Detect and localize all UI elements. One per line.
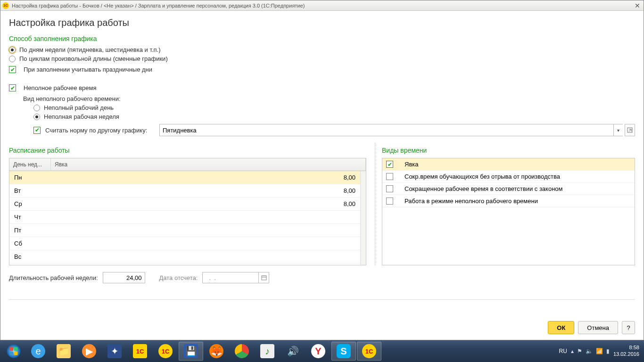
start-button[interactable]: [2, 342, 25, 361]
table-row[interactable]: Вс: [9, 250, 360, 263]
checkbox-timetype[interactable]: [386, 161, 393, 168]
help-button[interactable]: ?: [622, 321, 635, 334]
taskbar-chrome-icon[interactable]: [230, 342, 254, 361]
radio-bydays-label: По дням недели (пятидневка, шестидневка …: [19, 46, 161, 53]
tray-battery-icon[interactable]: ▮: [606, 348, 610, 354]
tray-time: 8:58: [613, 345, 639, 351]
taskbar-firefox-icon[interactable]: 🦊: [204, 342, 229, 361]
radio-row-bydays[interactable]: По дням недели (пятидневка, шестидневка …: [9, 46, 635, 53]
taskbar-1c8-icon[interactable]: 1C: [153, 342, 178, 361]
table-row[interactable]: Пт: [9, 224, 360, 237]
svg-rect-9: [14, 352, 18, 355]
weeklen-input[interactable]: [103, 272, 145, 283]
cell-value[interactable]: [51, 250, 360, 263]
radio-row-ptweek[interactable]: Неполная рабочая неделя: [9, 113, 635, 120]
list-item[interactable]: Явка: [382, 158, 635, 171]
page-title: Настройка графика работы: [9, 17, 635, 28]
radio-bycycle-label: По циклам произвольной длины (сменные гр…: [19, 55, 168, 62]
checkbox-timetype[interactable]: [386, 197, 393, 205]
checkbox-row-parttime[interactable]: Неполное рабочее время: [9, 84, 635, 91]
taskbar-ie-icon[interactable]: e: [26, 342, 50, 361]
svg-rect-6: [10, 347, 14, 351]
cell-day: Пн: [9, 171, 51, 184]
titlebar: 1C Настройка графика работы - Бочков / <…: [0, 0, 644, 11]
section-fill-method: Способ заполнения графика: [9, 35, 635, 42]
table-row[interactable]: Пн8,00: [9, 171, 360, 184]
list-item[interactable]: Сокр.время обучающихся без отрыва от про…: [382, 171, 635, 183]
svg-rect-7: [14, 347, 18, 351]
titlebar-text: Настройка графика работы - Бочков / <Не …: [12, 3, 305, 8]
section-schedule: Расписание работы: [9, 147, 366, 154]
row-othernorm: Считать норму по другому графику: ▾: [9, 124, 635, 136]
app-logo-icon: 1C: [2, 2, 9, 9]
label-startdate: Дата отсчета:: [159, 274, 198, 281]
radio-row-ptday[interactable]: Неполный рабочий день: [9, 104, 635, 111]
timetype-label: Сокр.время обучающихся без отрыва от про…: [405, 173, 560, 180]
checkbox-parttime-label: Неполное рабочее время: [24, 84, 96, 91]
cell-day: Вс: [9, 250, 51, 263]
other-schedule-input[interactable]: [159, 124, 613, 136]
cell-value[interactable]: 8,00: [51, 197, 360, 210]
footer-buttons: ОК Отмена ?: [548, 321, 635, 334]
taskbar-wmp-icon[interactable]: ▶: [77, 342, 101, 361]
section-timetypes: Виды времени: [382, 147, 635, 154]
checkbox-timetype[interactable]: [386, 185, 393, 192]
checkbox-timetype[interactable]: [386, 173, 393, 180]
cell-value[interactable]: 8,00: [51, 171, 360, 184]
taskbar-yandex-icon[interactable]: Y: [306, 342, 330, 361]
checkbox-holidays[interactable]: [9, 66, 16, 73]
tray-speaker-icon[interactable]: 🔈: [586, 348, 593, 354]
label-ptkind: Вид неполного рабочего времени:: [9, 95, 635, 102]
schedule-grid-body: Пн8,00Вт8,00Ср8,00ЧтПтСбВс: [9, 171, 360, 265]
taskbar-save-icon[interactable]: 💾: [179, 342, 203, 361]
table-row[interactable]: Вт8,00: [9, 184, 360, 197]
taskbar-sound-icon[interactable]: 🔊: [281, 342, 305, 361]
ok-button[interactable]: ОК: [548, 321, 574, 334]
scrollbar[interactable]: [360, 171, 366, 265]
cell-day: Ср: [9, 197, 51, 210]
col-header-day[interactable]: День нед...: [9, 158, 51, 171]
list-item[interactable]: Работа в режиме неполного рабочего време…: [382, 195, 635, 207]
tray-clock[interactable]: 8:58 13.02.2016: [613, 345, 639, 358]
close-icon[interactable]: ✕: [633, 2, 642, 9]
taskbar-app1-icon[interactable]: ✦: [102, 342, 127, 361]
tray-network-icon[interactable]: 📶: [596, 348, 603, 354]
taskbar-1c-active-icon[interactable]: 1C: [357, 342, 381, 361]
list-item[interactable]: Сокращенное рабочее время в соответствии…: [382, 183, 635, 195]
radio-row-bycycle[interactable]: По циклам произвольной длины (сменные гр…: [9, 55, 635, 62]
radio-bydays[interactable]: [9, 47, 16, 53]
cell-day: Вт: [9, 184, 51, 197]
taskbar-1c7-icon[interactable]: 1C: [128, 342, 152, 361]
taskbar-explorer-icon[interactable]: 📁: [51, 342, 76, 361]
radio-bycycle[interactable]: [9, 56, 16, 62]
tray-date: 13.02.2016: [613, 351, 639, 358]
dropdown-arrow-icon[interactable]: ▾: [613, 124, 623, 136]
radio-ptweek[interactable]: [33, 114, 40, 120]
cell-value[interactable]: [51, 224, 360, 237]
cell-value[interactable]: [51, 211, 360, 223]
checkbox-row-holidays[interactable]: При заполнении учитывать праздничные дни: [9, 66, 635, 73]
table-row[interactable]: Чт: [9, 211, 360, 224]
tray-chevron-up-icon[interactable]: ▴: [571, 348, 574, 354]
cancel-button[interactable]: Отмена: [578, 321, 618, 334]
checkbox-othernorm[interactable]: [33, 127, 41, 134]
calendar-icon[interactable]: [259, 272, 269, 283]
table-row[interactable]: Сб: [9, 237, 360, 250]
dropdown-other-schedule: ▾: [159, 124, 635, 136]
taskbar-music-icon[interactable]: ♪: [255, 342, 280, 361]
table-row[interactable]: Ср8,00: [9, 197, 360, 211]
radio-ptweek-label: Неполная рабочая неделя: [44, 113, 119, 120]
cell-value[interactable]: [51, 237, 360, 250]
checkbox-parttime[interactable]: [9, 84, 16, 91]
open-reference-icon[interactable]: [625, 124, 635, 136]
startdate-input[interactable]: [202, 272, 259, 283]
timetype-label: Явка: [405, 161, 419, 168]
cell-value[interactable]: 8,00: [51, 184, 360, 197]
timetype-label: Работа в режиме неполного рабочего време…: [405, 197, 538, 205]
tray-flag-icon[interactable]: ⚑: [577, 348, 582, 354]
col-header-attendance[interactable]: Явка: [51, 158, 366, 171]
tray-language[interactable]: RU: [559, 348, 567, 354]
system-tray: RU ▴ ⚑ 🔈 📶 ▮ 8:58 13.02.2016: [559, 345, 642, 358]
taskbar-skype-icon[interactable]: S: [331, 342, 356, 361]
radio-ptday[interactable]: [33, 105, 40, 111]
